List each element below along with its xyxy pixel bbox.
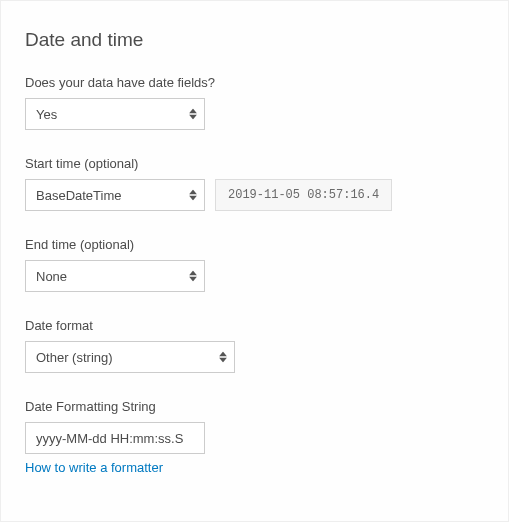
has-date-fields-group: Does your data have date fields? Yes xyxy=(25,75,484,130)
date-format-select[interactable]: Other (string) xyxy=(25,341,235,373)
end-time-label: End time (optional) xyxy=(25,237,484,252)
date-time-panel: Date and time Does your data have date f… xyxy=(0,0,509,522)
end-time-select[interactable]: None xyxy=(25,260,205,292)
start-time-group: Start time (optional) BaseDateTime 2019-… xyxy=(25,156,484,211)
has-date-fields-select-wrap: Yes xyxy=(25,98,205,130)
start-time-preview: 2019-11-05 08:57:16.4 xyxy=(215,179,392,211)
formatter-help-link[interactable]: How to write a formatter xyxy=(25,460,163,475)
end-time-group: End time (optional) None xyxy=(25,237,484,292)
has-date-fields-select[interactable]: Yes xyxy=(25,98,205,130)
start-time-row: BaseDateTime 2019-11-05 08:57:16.4 xyxy=(25,179,484,211)
start-time-select[interactable]: BaseDateTime xyxy=(25,179,205,211)
end-time-select-wrap: None xyxy=(25,260,205,292)
date-format-select-wrap: Other (string) xyxy=(25,341,235,373)
date-format-label: Date format xyxy=(25,318,484,333)
panel-title: Date and time xyxy=(25,29,484,51)
format-string-label: Date Formatting String xyxy=(25,399,484,414)
start-time-select-wrap: BaseDateTime xyxy=(25,179,205,211)
has-date-fields-label: Does your data have date fields? xyxy=(25,75,484,90)
format-string-group: Date Formatting String How to write a fo… xyxy=(25,399,484,475)
format-string-input[interactable] xyxy=(25,422,205,454)
date-format-group: Date format Other (string) xyxy=(25,318,484,373)
start-time-label: Start time (optional) xyxy=(25,156,484,171)
